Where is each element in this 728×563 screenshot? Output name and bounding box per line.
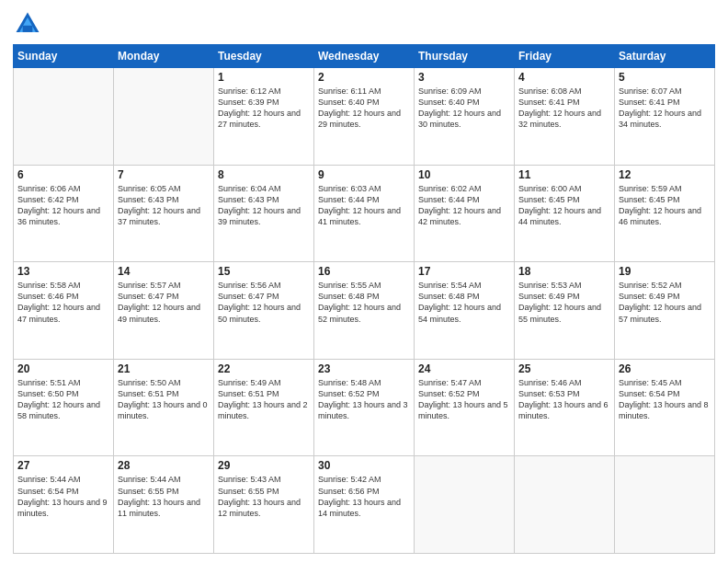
day-info: Sunrise: 6:12 AM Sunset: 6:39 PM Dayligh… (218, 86, 310, 131)
weekday-header-wednesday: Wednesday (314, 45, 415, 68)
day-number: 1 (218, 71, 310, 84)
day-info: Sunrise: 5:42 AM Sunset: 6:56 PM Dayligh… (318, 474, 410, 519)
day-info: Sunrise: 5:46 AM Sunset: 6:53 PM Dayligh… (518, 377, 610, 422)
day-number: 5 (619, 71, 711, 84)
day-number: 23 (318, 362, 410, 375)
day-number: 16 (318, 265, 410, 278)
day-number: 4 (518, 71, 610, 84)
day-number: 9 (318, 168, 410, 181)
calendar-cell: 23Sunrise: 5:48 AM Sunset: 6:52 PM Dayli… (314, 359, 415, 456)
calendar-cell: 3Sunrise: 6:09 AM Sunset: 6:40 PM Daylig… (415, 68, 515, 166)
day-info: Sunrise: 5:48 AM Sunset: 6:52 PM Dayligh… (318, 377, 410, 422)
calendar-cell: 25Sunrise: 5:46 AM Sunset: 6:53 PM Dayli… (515, 359, 615, 456)
day-info: Sunrise: 5:51 AM Sunset: 6:50 PM Dayligh… (17, 377, 109, 422)
calendar-cell: 30Sunrise: 5:42 AM Sunset: 6:56 PM Dayli… (314, 456, 415, 554)
day-info: Sunrise: 5:43 AM Sunset: 6:55 PM Dayligh… (218, 474, 310, 519)
calendar-cell: 4Sunrise: 6:08 AM Sunset: 6:41 PM Daylig… (515, 68, 615, 166)
day-info: Sunrise: 5:44 AM Sunset: 6:55 PM Dayligh… (118, 474, 210, 519)
calendar-cell: 13Sunrise: 5:58 AM Sunset: 6:46 PM Dayli… (14, 262, 114, 360)
calendar-cell: 14Sunrise: 5:57 AM Sunset: 6:47 PM Dayli… (114, 262, 214, 360)
calendar-week-4: 20Sunrise: 5:51 AM Sunset: 6:50 PM Dayli… (14, 359, 715, 456)
calendar-week-5: 27Sunrise: 5:44 AM Sunset: 6:54 PM Dayli… (14, 456, 715, 554)
calendar-cell: 24Sunrise: 5:47 AM Sunset: 6:52 PM Dayli… (415, 359, 515, 456)
day-info: Sunrise: 5:47 AM Sunset: 6:52 PM Dayligh… (418, 377, 510, 422)
day-info: Sunrise: 5:59 AM Sunset: 6:45 PM Dayligh… (619, 183, 711, 228)
day-info: Sunrise: 5:44 AM Sunset: 6:54 PM Dayligh… (17, 474, 109, 519)
day-number: 8 (218, 168, 310, 181)
day-number: 26 (619, 362, 711, 375)
day-number: 6 (17, 168, 109, 181)
calendar-cell: 26Sunrise: 5:45 AM Sunset: 6:54 PM Dayli… (615, 359, 715, 456)
calendar-cell: 9Sunrise: 6:03 AM Sunset: 6:44 PM Daylig… (314, 165, 415, 262)
page: SundayMondayTuesdayWednesdayThursdayFrid… (0, 0, 728, 563)
day-number: 17 (418, 265, 510, 278)
calendar-cell: 2Sunrise: 6:11 AM Sunset: 6:40 PM Daylig… (314, 68, 415, 166)
day-info: Sunrise: 5:56 AM Sunset: 6:47 PM Dayligh… (218, 280, 310, 325)
calendar-week-1: 1Sunrise: 6:12 AM Sunset: 6:39 PM Daylig… (14, 68, 715, 166)
logo (13, 9, 46, 39)
day-number: 27 (17, 459, 109, 472)
svg-rect-2 (23, 26, 33, 32)
calendar-cell (114, 68, 214, 166)
calendar-cell: 12Sunrise: 5:59 AM Sunset: 6:45 PM Dayli… (615, 165, 715, 262)
day-info: Sunrise: 5:54 AM Sunset: 6:48 PM Dayligh… (418, 280, 510, 325)
day-info: Sunrise: 5:49 AM Sunset: 6:51 PM Dayligh… (218, 377, 310, 422)
logo-icon (13, 9, 42, 39)
calendar-week-3: 13Sunrise: 5:58 AM Sunset: 6:46 PM Dayli… (14, 262, 715, 360)
day-info: Sunrise: 5:55 AM Sunset: 6:48 PM Dayligh… (318, 280, 410, 325)
day-info: Sunrise: 6:04 AM Sunset: 6:43 PM Dayligh… (218, 183, 310, 228)
day-number: 19 (619, 265, 711, 278)
day-number: 10 (418, 168, 510, 181)
weekday-header-friday: Friday (515, 45, 615, 68)
day-number: 28 (118, 459, 210, 472)
day-number: 21 (118, 362, 210, 375)
day-number: 29 (218, 459, 310, 472)
calendar-cell: 20Sunrise: 5:51 AM Sunset: 6:50 PM Dayli… (14, 359, 114, 456)
weekday-header-sunday: Sunday (14, 45, 114, 68)
day-number: 24 (418, 362, 510, 375)
calendar-cell: 16Sunrise: 5:55 AM Sunset: 6:48 PM Dayli… (314, 262, 415, 360)
day-number: 15 (218, 265, 310, 278)
day-info: Sunrise: 6:00 AM Sunset: 6:45 PM Dayligh… (518, 183, 610, 228)
calendar-cell: 10Sunrise: 6:02 AM Sunset: 6:44 PM Dayli… (415, 165, 515, 262)
calendar-cell: 17Sunrise: 5:54 AM Sunset: 6:48 PM Dayli… (415, 262, 515, 360)
day-number: 22 (218, 362, 310, 375)
day-info: Sunrise: 6:02 AM Sunset: 6:44 PM Dayligh… (418, 183, 510, 228)
calendar-cell: 21Sunrise: 5:50 AM Sunset: 6:51 PM Dayli… (114, 359, 214, 456)
weekday-header-thursday: Thursday (415, 45, 515, 68)
header (13, 9, 715, 39)
calendar-cell: 1Sunrise: 6:12 AM Sunset: 6:39 PM Daylig… (214, 68, 314, 166)
calendar-cell: 27Sunrise: 5:44 AM Sunset: 6:54 PM Dayli… (14, 456, 114, 554)
calendar-cell: 5Sunrise: 6:07 AM Sunset: 6:41 PM Daylig… (615, 68, 715, 166)
calendar-cell: 11Sunrise: 6:00 AM Sunset: 6:45 PM Dayli… (515, 165, 615, 262)
calendar-cell: 7Sunrise: 6:05 AM Sunset: 6:43 PM Daylig… (114, 165, 214, 262)
day-info: Sunrise: 6:05 AM Sunset: 6:43 PM Dayligh… (118, 183, 210, 228)
day-number: 30 (318, 459, 410, 472)
day-number: 13 (17, 265, 109, 278)
day-number: 14 (118, 265, 210, 278)
calendar-cell: 18Sunrise: 5:53 AM Sunset: 6:49 PM Dayli… (515, 262, 615, 360)
calendar-week-2: 6Sunrise: 6:06 AM Sunset: 6:42 PM Daylig… (14, 165, 715, 262)
day-info: Sunrise: 6:09 AM Sunset: 6:40 PM Dayligh… (418, 86, 510, 131)
calendar-table: SundayMondayTuesdayWednesdayThursdayFrid… (13, 44, 715, 554)
day-number: 25 (518, 362, 610, 375)
day-info: Sunrise: 5:58 AM Sunset: 6:46 PM Dayligh… (17, 280, 109, 325)
calendar-cell (415, 456, 515, 554)
calendar-cell: 29Sunrise: 5:43 AM Sunset: 6:55 PM Dayli… (214, 456, 314, 554)
calendar-cell (515, 456, 615, 554)
day-info: Sunrise: 5:45 AM Sunset: 6:54 PM Dayligh… (619, 377, 711, 422)
calendar-cell: 15Sunrise: 5:56 AM Sunset: 6:47 PM Dayli… (214, 262, 314, 360)
day-info: Sunrise: 5:53 AM Sunset: 6:49 PM Dayligh… (518, 280, 610, 325)
day-info: Sunrise: 6:11 AM Sunset: 6:40 PM Dayligh… (318, 86, 410, 131)
calendar-cell (615, 456, 715, 554)
day-number: 7 (118, 168, 210, 181)
day-number: 3 (418, 71, 510, 84)
day-info: Sunrise: 6:06 AM Sunset: 6:42 PM Dayligh… (17, 183, 109, 228)
calendar-cell: 6Sunrise: 6:06 AM Sunset: 6:42 PM Daylig… (14, 165, 114, 262)
calendar-cell: 19Sunrise: 5:52 AM Sunset: 6:49 PM Dayli… (615, 262, 715, 360)
weekday-header-saturday: Saturday (615, 45, 715, 68)
day-number: 11 (518, 168, 610, 181)
calendar-cell (14, 68, 114, 166)
calendar-cell: 8Sunrise: 6:04 AM Sunset: 6:43 PM Daylig… (214, 165, 314, 262)
day-info: Sunrise: 5:52 AM Sunset: 6:49 PM Dayligh… (619, 280, 711, 325)
